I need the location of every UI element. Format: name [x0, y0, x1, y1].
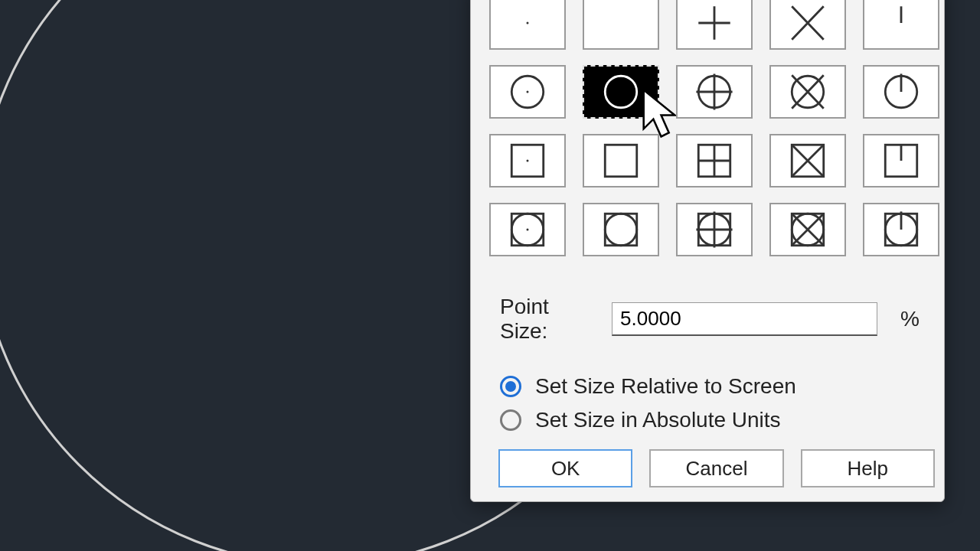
point-style-dialog: Point Size: % Set Size Relative to Scree…: [470, 0, 945, 502]
svg-point-8: [526, 159, 528, 161]
ok-button[interactable]: OK: [498, 449, 632, 487]
point-size-row: Point Size: %: [500, 295, 920, 344]
point-style-circle-plus[interactable]: [676, 65, 753, 119]
point-style-square-circle-tick[interactable]: [863, 203, 939, 256]
point-style-square-circle-x[interactable]: [769, 203, 846, 256]
point-style-square-x[interactable]: [769, 134, 846, 187]
svg-point-17: [605, 214, 636, 245]
help-button[interactable]: Help: [801, 449, 935, 487]
point-style-grid: [489, 0, 935, 256]
point-style-none[interactable]: [583, 0, 659, 50]
point-style-circle-none[interactable]: [583, 65, 659, 119]
dialog-button-row: OK Cancel Help: [498, 449, 935, 487]
point-style-square-dot[interactable]: [489, 134, 566, 187]
point-size-label: Point Size:: [500, 295, 593, 344]
svg-point-2: [526, 90, 528, 93]
point-size-input[interactable]: [612, 302, 877, 336]
radio-label: Set Size Relative to Screen: [535, 374, 796, 399]
radio-label: Set Size in Absolute Units: [535, 408, 781, 432]
svg-point-0: [526, 21, 528, 24]
point-style-circle-x[interactable]: [769, 65, 846, 119]
cancel-button[interactable]: Cancel: [649, 449, 783, 487]
svg-rect-9: [605, 145, 636, 176]
point-style-square-tick[interactable]: [863, 134, 939, 187]
point-style-square-none[interactable]: [583, 134, 659, 187]
point-style-tick[interactable]: [863, 0, 939, 50]
radio-relative-to-screen[interactable]: Set Size Relative to Screen: [500, 374, 935, 399]
point-style-square-circle-plus[interactable]: [676, 203, 753, 256]
svg-point-15: [526, 228, 528, 230]
point-style-square-circle-none[interactable]: [583, 203, 659, 256]
radio-icon: [500, 376, 521, 397]
point-style-circle-tick[interactable]: [863, 65, 939, 119]
point-style-square-plus[interactable]: [676, 134, 753, 187]
radio-icon: [500, 409, 521, 431]
point-style-plus[interactable]: [676, 0, 753, 50]
point-style-circle-dot[interactable]: [489, 65, 566, 119]
point-style-x[interactable]: [769, 0, 846, 50]
radio-absolute-units[interactable]: Set Size in Absolute Units: [500, 408, 935, 432]
point-style-dot[interactable]: [489, 0, 566, 50]
point-size-unit: %: [900, 307, 920, 331]
size-mode-radios: Set Size Relative to Screen Set Size in …: [500, 374, 935, 432]
point-style-square-circle-dot[interactable]: [489, 203, 566, 256]
